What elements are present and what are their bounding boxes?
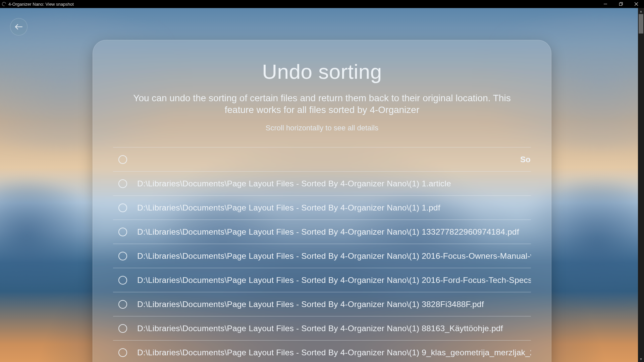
row-checkbox[interactable] xyxy=(118,300,127,309)
row-checkbox[interactable] xyxy=(118,203,127,212)
table-row[interactable]: D:\Libraries\Documents\Page Layout Files… xyxy=(113,268,531,292)
window-controls xyxy=(598,0,644,8)
maximize-icon xyxy=(619,2,623,6)
window-titlebar: 4-Organizer Nano: View snapshot xyxy=(0,0,644,8)
minimize-icon xyxy=(603,2,607,6)
table-row[interactable]: D:\Libraries\Documents\Page Layout Files… xyxy=(113,244,531,268)
close-button[interactable] xyxy=(629,0,644,8)
page-hint: Scroll horizontally to see all details xyxy=(113,124,531,132)
main-card: Undo sorting You can undo the sorting of… xyxy=(93,40,551,362)
row-checkbox[interactable] xyxy=(118,276,127,285)
app-icon xyxy=(1,1,7,7)
table-row[interactable]: D:\Libraries\Documents\Page Layout Files… xyxy=(113,220,531,244)
app-stage: Undo sorting You can undo the sorting of… xyxy=(0,8,644,362)
file-path: D:\Libraries\Documents\Page Layout Files… xyxy=(137,324,503,333)
table-header-row: So xyxy=(113,147,531,171)
scroll-up-arrow-icon[interactable]: ▲ xyxy=(638,8,644,14)
file-path: D:\Libraries\Documents\Page Layout Files… xyxy=(137,203,440,213)
file-table: So D:\Libraries\Documents\Page Layout Fi… xyxy=(113,147,531,362)
table-header-right-clipped: So xyxy=(520,155,531,164)
scrollbar-thumb[interactable] xyxy=(639,14,643,34)
close-icon xyxy=(634,2,638,6)
svg-rect-1 xyxy=(620,3,622,6)
row-checkbox[interactable] xyxy=(118,252,127,260)
row-checkbox[interactable] xyxy=(118,324,127,333)
arrow-left-icon xyxy=(14,24,23,30)
row-checkbox[interactable] xyxy=(118,228,127,236)
table-row[interactable]: D:\Libraries\Documents\Page Layout Files… xyxy=(113,292,531,316)
file-path: D:\Libraries\Documents\Page Layout Files… xyxy=(137,251,531,261)
maximize-button[interactable] xyxy=(613,0,629,8)
table-row[interactable]: D:\Libraries\Documents\Page Layout Files… xyxy=(113,340,531,362)
vertical-scrollbar[interactable]: ▲ ▼ xyxy=(638,8,644,362)
back-button[interactable] xyxy=(10,18,28,36)
table-row[interactable]: D:\Libraries\Documents\Page Layout Files… xyxy=(113,171,531,195)
file-path: D:\Libraries\Documents\Page Layout Files… xyxy=(137,276,531,285)
row-checkbox[interactable] xyxy=(118,348,127,357)
page-title: Undo sorting xyxy=(113,60,531,83)
page-description: You can undo the sorting of certain file… xyxy=(124,92,520,116)
window-title: 4-Organizer Nano: View snapshot xyxy=(8,2,74,7)
file-path: D:\Libraries\Documents\Page Layout Files… xyxy=(137,300,484,309)
file-path: D:\Libraries\Documents\Page Layout Files… xyxy=(137,179,451,188)
scroll-down-arrow-icon[interactable]: ▼ xyxy=(638,356,644,362)
file-path: D:\Libraries\Documents\Page Layout Files… xyxy=(137,227,519,237)
scrollbar-track[interactable] xyxy=(638,14,644,356)
file-path: D:\Libraries\Documents\Page Layout Files… xyxy=(137,348,531,357)
table-row[interactable]: D:\Libraries\Documents\Page Layout Files… xyxy=(113,316,531,340)
select-all-checkbox[interactable] xyxy=(118,155,127,164)
table-row[interactable]: D:\Libraries\Documents\Page Layout Files… xyxy=(113,195,531,220)
minimize-button[interactable] xyxy=(598,0,613,8)
row-checkbox[interactable] xyxy=(118,179,127,188)
